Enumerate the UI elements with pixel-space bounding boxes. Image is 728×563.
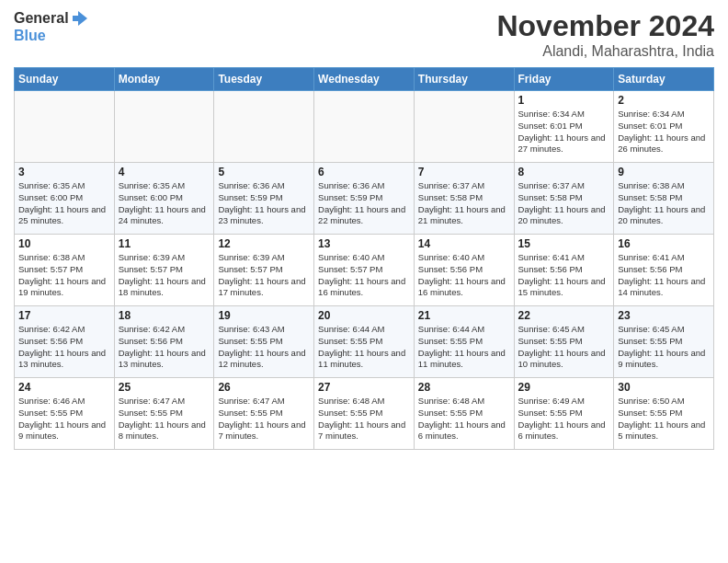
calendar-cell: 22Sunrise: 6:45 AM Sunset: 5:55 PM Dayli… — [514, 306, 614, 378]
day-number: 29 — [518, 381, 610, 394]
logo-blue-text: Blue — [14, 28, 46, 44]
day-number: 3 — [18, 166, 110, 178]
day-number: 21 — [418, 309, 510, 322]
day-number: 2 — [618, 94, 710, 107]
col-tuesday: Tuesday — [214, 68, 314, 91]
day-info: Sunrise: 6:48 AM Sunset: 5:55 PM Dayligh… — [318, 396, 410, 442]
calendar-cell: 27Sunrise: 6:48 AM Sunset: 5:55 PM Dayli… — [314, 378, 415, 450]
calendar-cell: 2Sunrise: 6:34 AM Sunset: 6:01 PM Daylig… — [614, 91, 714, 163]
day-info: Sunrise: 6:47 AM Sunset: 5:55 PM Dayligh… — [119, 396, 210, 442]
day-info: Sunrise: 6:48 AM Sunset: 5:55 PM Dayligh… — [418, 396, 510, 442]
calendar-cell: 3Sunrise: 6:35 AM Sunset: 6:00 PM Daylig… — [15, 163, 115, 235]
day-info: Sunrise: 6:49 AM Sunset: 5:55 PM Dayligh… — [518, 396, 610, 442]
col-thursday: Thursday — [414, 68, 514, 91]
day-number: 8 — [518, 166, 610, 178]
calendar-cell: 19Sunrise: 6:43 AM Sunset: 5:55 PM Dayli… — [214, 306, 314, 378]
day-number: 26 — [218, 381, 310, 394]
day-info: Sunrise: 6:43 AM Sunset: 5:55 PM Dayligh… — [218, 324, 310, 371]
day-info: Sunrise: 6:38 AM Sunset: 5:58 PM Dayligh… — [618, 180, 710, 227]
day-info: Sunrise: 6:38 AM Sunset: 5:57 PM Dayligh… — [18, 252, 110, 299]
day-number: 24 — [18, 381, 110, 394]
day-info: Sunrise: 6:35 AM Sunset: 6:00 PM Dayligh… — [18, 180, 110, 227]
calendar-cell: 4Sunrise: 6:35 AM Sunset: 6:00 PM Daylig… — [114, 163, 214, 235]
day-info: Sunrise: 6:36 AM Sunset: 5:59 PM Dayligh… — [218, 180, 310, 227]
day-number: 16 — [618, 237, 710, 250]
day-info: Sunrise: 6:35 AM Sunset: 6:00 PM Dayligh… — [119, 180, 210, 227]
calendar-cell: 14Sunrise: 6:40 AM Sunset: 5:56 PM Dayli… — [414, 235, 514, 306]
month-title: November 2024 — [496, 9, 714, 43]
calendar-cell: 12Sunrise: 6:39 AM Sunset: 5:57 PM Dayli… — [214, 235, 314, 306]
calendar-week-row: 24Sunrise: 6:46 AM Sunset: 5:55 PM Dayli… — [15, 378, 714, 450]
calendar-cell: 16Sunrise: 6:41 AM Sunset: 5:56 PM Dayli… — [614, 235, 714, 306]
day-number: 12 — [218, 237, 310, 250]
day-info: Sunrise: 6:37 AM Sunset: 5:58 PM Dayligh… — [518, 180, 610, 227]
logo-arrow-icon — [71, 9, 89, 28]
day-number: 17 — [18, 309, 110, 322]
calendar-cell — [314, 91, 415, 163]
day-number: 18 — [119, 309, 210, 322]
day-number: 25 — [119, 381, 210, 394]
day-number: 7 — [418, 166, 510, 178]
calendar-cell — [15, 91, 115, 163]
day-number: 20 — [318, 309, 410, 322]
calendar-cell: 30Sunrise: 6:50 AM Sunset: 5:55 PM Dayli… — [614, 378, 714, 450]
day-number: 28 — [418, 381, 510, 394]
calendar-cell: 28Sunrise: 6:48 AM Sunset: 5:55 PM Dayli… — [414, 378, 514, 450]
location-title: Alandi, Maharashtra, India — [496, 43, 714, 60]
calendar-week-row: 17Sunrise: 6:42 AM Sunset: 5:56 PM Dayli… — [15, 306, 714, 378]
calendar-cell — [114, 91, 214, 163]
calendar-cell: 13Sunrise: 6:40 AM Sunset: 5:57 PM Dayli… — [314, 235, 415, 306]
calendar-cell: 20Sunrise: 6:44 AM Sunset: 5:55 PM Dayli… — [314, 306, 415, 378]
col-wednesday: Wednesday — [314, 68, 415, 91]
calendar-cell: 18Sunrise: 6:42 AM Sunset: 5:56 PM Dayli… — [114, 306, 214, 378]
day-info: Sunrise: 6:42 AM Sunset: 5:56 PM Dayligh… — [119, 324, 210, 371]
calendar-table: Sunday Monday Tuesday Wednesday Thursday… — [14, 67, 714, 450]
calendar-cell: 15Sunrise: 6:41 AM Sunset: 5:56 PM Dayli… — [514, 235, 614, 306]
calendar-cell: 24Sunrise: 6:46 AM Sunset: 5:55 PM Dayli… — [15, 378, 115, 450]
day-info: Sunrise: 6:42 AM Sunset: 5:56 PM Dayligh… — [18, 324, 110, 371]
title-block: November 2024 Alandi, Maharashtra, India — [496, 9, 714, 60]
day-number: 27 — [318, 381, 410, 394]
calendar-week-row: 10Sunrise: 6:38 AM Sunset: 5:57 PM Dayli… — [15, 235, 714, 306]
day-info: Sunrise: 6:45 AM Sunset: 5:55 PM Dayligh… — [618, 324, 710, 371]
day-number: 19 — [218, 309, 310, 322]
col-friday: Friday — [514, 68, 614, 91]
calendar-cell: 17Sunrise: 6:42 AM Sunset: 5:56 PM Dayli… — [15, 306, 115, 378]
logo: General Blue — [14, 9, 89, 44]
calendar-cell — [414, 91, 514, 163]
day-number: 13 — [318, 237, 410, 250]
header: General Blue November 2024 Alandi, Mahar… — [14, 9, 714, 60]
calendar-week-row: 1Sunrise: 6:34 AM Sunset: 6:01 PM Daylig… — [15, 91, 714, 163]
day-number: 5 — [218, 166, 310, 178]
day-number: 23 — [618, 309, 710, 322]
day-info: Sunrise: 6:40 AM Sunset: 5:56 PM Dayligh… — [418, 252, 510, 299]
day-number: 6 — [318, 166, 410, 178]
calendar-cell: 9Sunrise: 6:38 AM Sunset: 5:58 PM Daylig… — [614, 163, 714, 235]
day-info: Sunrise: 6:34 AM Sunset: 6:01 PM Dayligh… — [618, 109, 710, 155]
calendar-cell: 10Sunrise: 6:38 AM Sunset: 5:57 PM Dayli… — [15, 235, 115, 306]
day-number: 4 — [119, 166, 210, 178]
day-info: Sunrise: 6:36 AM Sunset: 5:59 PM Dayligh… — [318, 180, 410, 227]
calendar-cell: 29Sunrise: 6:49 AM Sunset: 5:55 PM Dayli… — [514, 378, 614, 450]
day-number: 1 — [518, 94, 610, 107]
calendar-cell: 25Sunrise: 6:47 AM Sunset: 5:55 PM Dayli… — [114, 378, 214, 450]
calendar-cell: 5Sunrise: 6:36 AM Sunset: 5:59 PM Daylig… — [214, 163, 314, 235]
day-info: Sunrise: 6:44 AM Sunset: 5:55 PM Dayligh… — [318, 324, 410, 371]
calendar-cell: 6Sunrise: 6:36 AM Sunset: 5:59 PM Daylig… — [314, 163, 415, 235]
day-number: 22 — [518, 309, 610, 322]
day-number: 14 — [418, 237, 510, 250]
day-number: 30 — [618, 381, 710, 394]
day-info: Sunrise: 6:47 AM Sunset: 5:55 PM Dayligh… — [218, 396, 310, 442]
calendar-header-row: Sunday Monday Tuesday Wednesday Thursday… — [15, 68, 714, 91]
day-number: 15 — [518, 237, 610, 250]
day-info: Sunrise: 6:37 AM Sunset: 5:58 PM Dayligh… — [418, 180, 510, 227]
page-container: General Blue November 2024 Alandi, Mahar… — [0, 0, 728, 459]
day-info: Sunrise: 6:44 AM Sunset: 5:55 PM Dayligh… — [418, 324, 510, 371]
day-info: Sunrise: 6:34 AM Sunset: 6:01 PM Dayligh… — [518, 109, 610, 155]
day-number: 10 — [18, 237, 110, 250]
day-info: Sunrise: 6:50 AM Sunset: 5:55 PM Dayligh… — [618, 396, 710, 442]
col-monday: Monday — [114, 68, 214, 91]
col-saturday: Saturday — [614, 68, 714, 91]
day-info: Sunrise: 6:45 AM Sunset: 5:55 PM Dayligh… — [518, 324, 610, 371]
calendar-week-row: 3Sunrise: 6:35 AM Sunset: 6:00 PM Daylig… — [15, 163, 714, 235]
